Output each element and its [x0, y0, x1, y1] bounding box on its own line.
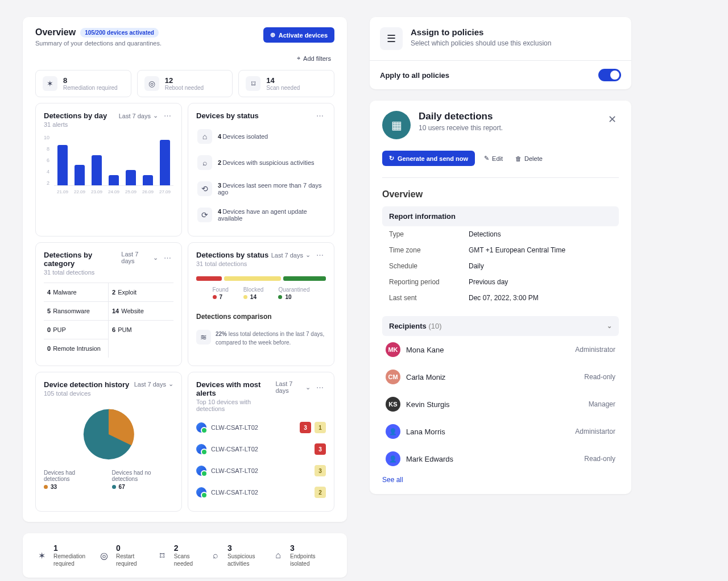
summary-strip: ✶ 1Remediation required ◎ 0Restart requi… [23, 533, 347, 578]
recipient-row[interactable]: CMCarla Moniz Read-only [382, 363, 619, 391]
page-subtitle: Summary of your detections and quarantin… [35, 40, 162, 47]
legend-dot-icon [44, 485, 48, 489]
page-title: Overview [35, 27, 76, 38]
more-menu-icon[interactable]: ⋯ [162, 254, 173, 262]
category-cell[interactable]: 0Remote Intrusion [44, 339, 109, 358]
policies-icon: ☰ [380, 27, 403, 50]
target-icon: ◎ [144, 76, 159, 91]
device-status-row[interactable]: ⟳ 4Devices have an agent update availabl… [196, 202, 326, 228]
alert-count-badge: 1 [315, 422, 326, 433]
close-icon[interactable]: ✕ [606, 111, 619, 128]
activate-devices-button[interactable]: ⊕ Activate devices [263, 27, 334, 43]
scan-icon: ⌑ [156, 549, 168, 562]
summary-item[interactable]: ⌕ 3Suspicious activities [209, 543, 272, 567]
chart-bar [75, 165, 85, 185]
stat-card[interactable]: ✶ 8Remediation required [35, 70, 131, 97]
category-cell[interactable]: 0PUP [44, 320, 109, 339]
bug-icon: ✶ [43, 76, 57, 91]
device-status-row[interactable]: ⟲ 3Devices last seen more than 7 days ag… [196, 176, 326, 202]
card-title: Detections by status [196, 251, 268, 259]
alert-device-row[interactable]: CLW-CSAT-LT02 2 [196, 482, 326, 503]
summary-item[interactable]: ⌑ 2Scans needed [156, 543, 209, 567]
card-title: Device detection history [44, 380, 129, 389]
summary-item[interactable]: ✶ 1Remediation required [35, 543, 98, 567]
alert-count-badge: 3 [315, 465, 326, 476]
more-menu-icon[interactable]: ⋯ [314, 251, 326, 259]
info-row: TypeDetections [382, 226, 619, 242]
card-subtitle: 31 total detections [44, 269, 121, 276]
generate-send-button[interactable]: ↻ Generate and send now [382, 151, 475, 166]
status-segment [196, 276, 222, 281]
legend-dot-icon [213, 295, 217, 299]
avatar: CM [386, 370, 400, 384]
category-cell[interactable]: 4Malware [44, 283, 109, 301]
period-selector[interactable]: Last 7 days ⌄ [119, 112, 158, 119]
chevron-down-icon: ⌄ [305, 251, 311, 259]
category-cell[interactable]: 14Website [109, 301, 173, 320]
period-selector[interactable]: Last 7 days ⌄ [121, 251, 158, 264]
overview-section-title: Overview [382, 189, 619, 200]
more-menu-icon[interactable]: ⋯ [162, 111, 173, 120]
devices-most-alerts-card: Devices with most alerts Top 10 devices … [188, 372, 334, 512]
bug-icon: ✶ [35, 549, 48, 562]
binoc-icon: ⌕ [197, 155, 212, 170]
device-avatar-icon [196, 466, 206, 476]
recipient-row[interactable]: MKMona Kane Administrator [382, 336, 619, 363]
card-title: Detections by category [44, 251, 121, 268]
chart-bar [92, 155, 102, 185]
devices-by-status-card: Devices by status ⋯ ⌂ 4Devices isolated … [188, 103, 334, 236]
recipient-row[interactable]: 👤Lana Morris Administartor [382, 418, 619, 445]
recipients-header[interactable]: Recipients (10) ⌄ [382, 316, 619, 336]
alert-device-row[interactable]: CLW-CSAT-LT02 3 [196, 460, 326, 482]
apply-all-label: Apply to all policies [380, 71, 449, 80]
summary-item[interactable]: ◎ 0Restart required [98, 543, 156, 567]
lock-icon: ⌂ [272, 549, 284, 562]
category-cell[interactable]: 6PUM [109, 320, 173, 339]
edit-button[interactable]: ✎ Edit [481, 151, 506, 166]
detections-by-category-card: Detections by category 31 total detectio… [35, 242, 182, 366]
period-selector[interactable]: Last 7 days ⌄ [134, 380, 173, 388]
devices-activated-pill: 105/200 devices activated [80, 28, 159, 38]
legend-dot-icon [112, 485, 116, 489]
refresh-icon: ↻ [389, 155, 394, 162]
update-icon: ⟳ [197, 208, 212, 222]
recipient-row[interactable]: KSKevin Sturgis Manager [382, 391, 619, 418]
assign-policies-panel: ☰ Assign to policies Select which polici… [370, 17, 631, 89]
more-menu-icon[interactable]: ⋯ [314, 383, 326, 392]
chart-icon: ≋ [196, 330, 211, 345]
period-selector[interactable]: Last 7 days ⌄ [271, 251, 311, 259]
summary-item[interactable]: ⌂ 3Endpoints isolated [272, 543, 334, 567]
category-cell[interactable]: 2Exploit [109, 283, 173, 301]
card-subtitle: 31 alerts [44, 121, 107, 128]
delete-button[interactable]: 🗑 Delete [512, 151, 546, 166]
card-title: Devices by status [196, 111, 259, 120]
apply-all-toggle[interactable] [598, 69, 621, 81]
recipient-row[interactable]: 👤Mark Edwards Read-only [382, 445, 619, 472]
alert-device-row[interactable]: CLW-CSAT-LT02 3 [196, 438, 326, 460]
policies-title: Assign to policies [411, 27, 551, 37]
more-menu-icon[interactable]: ⋯ [314, 111, 326, 120]
avatar: KS [386, 397, 400, 412]
detections-by-day-card: Detections by day 31 alerts Last 7 days … [35, 103, 182, 236]
add-filters-button[interactable]: ⌖ Add filters [293, 52, 334, 64]
device-status-row[interactable]: ⌕ 2Devices with suspicious activities [196, 150, 326, 176]
stat-card[interactable]: ◎ 12Reboot needed [137, 70, 233, 97]
period-selector[interactable]: Last 7 days ⌄ [276, 380, 311, 394]
status-segment [224, 276, 281, 281]
category-cell[interactable]: 5Ransomware [44, 301, 109, 320]
device-avatar-icon [196, 422, 206, 433]
chart-bar [160, 140, 170, 185]
see-all-link[interactable]: See all [382, 476, 619, 484]
chart-bar [109, 175, 119, 185]
plus-icon: ⊕ [270, 31, 275, 39]
scan-icon: ⌑ [246, 76, 260, 91]
device-avatar-icon [196, 487, 206, 497]
alert-device-row[interactable]: CLW-CSAT-LT02 31 [196, 417, 326, 438]
stat-card[interactable]: ⌑ 14Scan needed [238, 70, 334, 97]
avatar: MK [386, 342, 400, 357]
card-subtitle: Top 10 devices with detections [196, 399, 276, 412]
legend-dot-icon [243, 295, 247, 299]
chart-bar [143, 175, 153, 185]
report-info-header: Report information [382, 206, 619, 226]
device-status-row[interactable]: ⌂ 4Devices isolated [196, 123, 326, 150]
